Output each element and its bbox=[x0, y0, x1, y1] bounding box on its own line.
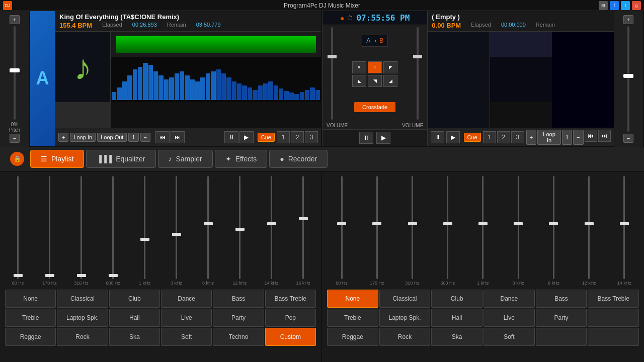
preset-soft-right[interactable]: Soft bbox=[484, 328, 535, 346]
eq-band-track-left-9[interactable] bbox=[302, 176, 304, 279]
next-left[interactable]: ⏭ bbox=[171, 131, 185, 143]
preset-treble-left[interactable]: Treble bbox=[5, 309, 56, 327]
tab-playlist[interactable]: ☰ Playlist bbox=[30, 150, 84, 168]
play-left[interactable]: ▶ bbox=[239, 131, 254, 143]
preset-classical-right[interactable]: Classical bbox=[379, 290, 431, 308]
tab-equalizer[interactable]: ▐▐▐ Equalizer bbox=[86, 150, 155, 168]
fx-btn-1[interactable]: ✕ bbox=[352, 61, 366, 73]
loop-plus-left[interactable]: + bbox=[58, 133, 68, 142]
loop-plus-right[interactable]: + bbox=[526, 130, 536, 145]
play-right[interactable]: ▶ bbox=[446, 131, 460, 143]
cue-num-3-left[interactable]: 3 bbox=[305, 131, 318, 143]
fx-btn-5[interactable]: ◥ bbox=[368, 75, 382, 87]
loop-minus-left[interactable]: − bbox=[140, 133, 150, 142]
pause-right[interactable]: ⏸ bbox=[431, 131, 444, 143]
pause-left[interactable]: ⏸ bbox=[224, 131, 238, 143]
pitch-plus-right[interactable]: + bbox=[623, 15, 633, 24]
preset-rock-right[interactable]: Rock bbox=[379, 328, 431, 346]
preset-dance-left[interactable]: Dance bbox=[161, 290, 212, 308]
fx-btn-6[interactable]: ◢ bbox=[383, 75, 397, 87]
pitch-slider-left[interactable] bbox=[14, 26, 16, 120]
fx-btn-2[interactable]: T bbox=[368, 61, 382, 73]
loop-minus-right[interactable]: − bbox=[573, 130, 583, 145]
eq-band-track-left-0[interactable] bbox=[17, 176, 19, 279]
prev-left[interactable]: ⏮ bbox=[155, 131, 170, 143]
facebook-icon[interactable]: f bbox=[610, 1, 619, 10]
tab-recorder[interactable]: ● Recorder bbox=[269, 150, 328, 168]
preset-soft-left[interactable]: Soft bbox=[161, 328, 212, 346]
preset-ska-right[interactable]: Ska bbox=[431, 328, 482, 346]
preset-none-left[interactable]: None bbox=[5, 290, 56, 308]
grid-icon[interactable]: ⊞ bbox=[599, 1, 608, 10]
pitch-minus-right[interactable]: − bbox=[623, 134, 633, 143]
eq-band-track-right-1[interactable] bbox=[376, 176, 378, 279]
preset-laptop-left[interactable]: Laptop Spk. bbox=[57, 309, 108, 327]
preset-ska-left[interactable]: Ska bbox=[109, 328, 160, 346]
tab-sampler[interactable]: ♪ Sampler bbox=[158, 150, 213, 168]
preset-party-left[interactable]: Party bbox=[213, 309, 264, 327]
fx-btn-3[interactable]: ◤ bbox=[383, 61, 397, 73]
eq-band-track-right-3[interactable] bbox=[447, 176, 448, 279]
eq-band-track-right-5[interactable] bbox=[518, 176, 519, 279]
play-mixer[interactable]: ▶ bbox=[376, 132, 390, 144]
preset-club-right[interactable]: Club bbox=[431, 290, 482, 308]
next-right[interactable]: ⏭ bbox=[598, 130, 611, 142]
preset-reggae-right[interactable]: Reggae bbox=[327, 328, 378, 346]
preset-custom-left[interactable]: Custom bbox=[265, 328, 316, 346]
preset-dance-right[interactable]: Dance bbox=[484, 290, 535, 308]
eq-band-track-left-1[interactable] bbox=[49, 176, 50, 279]
cue-num-1-left[interactable]: 1 bbox=[277, 131, 290, 143]
eq-band-track-left-6[interactable] bbox=[207, 176, 209, 279]
preset-classical-left[interactable]: Classical bbox=[57, 290, 108, 308]
eq-band-track-left-7[interactable] bbox=[239, 176, 240, 279]
eq-band-track-right-6[interactable] bbox=[553, 176, 554, 279]
eq-band-track-right-8[interactable] bbox=[623, 176, 625, 279]
preset-live-left[interactable]: Live bbox=[161, 309, 212, 327]
loop-out-left[interactable]: Loop Out bbox=[97, 133, 127, 142]
loop-num-left[interactable]: 1 bbox=[128, 133, 138, 142]
cue-num-3-right[interactable]: 3 bbox=[511, 131, 524, 143]
eq-band-track-right-0[interactable] bbox=[341, 176, 343, 279]
pitch-minus-left[interactable]: − bbox=[10, 134, 20, 143]
preset-none-right[interactable]: None bbox=[327, 290, 378, 308]
preset-party-right[interactable]: Party bbox=[536, 309, 587, 327]
preset-bass-treble-right[interactable]: Bass Treble bbox=[588, 290, 639, 308]
preset-techno-left[interactable]: Techno bbox=[213, 328, 264, 346]
cue-num-2-right[interactable]: 2 bbox=[497, 131, 510, 143]
preset-empty-right[interactable] bbox=[588, 309, 639, 327]
eq-band-track-right-7[interactable] bbox=[588, 176, 590, 279]
vol-track-left[interactable] bbox=[331, 27, 333, 120]
eq-band-track-left-4[interactable] bbox=[144, 176, 145, 279]
preset-laptop-right[interactable]: Laptop Spk. bbox=[379, 309, 431, 327]
preset-empty3-right[interactable] bbox=[588, 328, 639, 346]
twitter-icon[interactable]: t bbox=[621, 1, 630, 10]
preset-hall-right[interactable]: Hall bbox=[431, 309, 482, 327]
preset-pop-left[interactable]: Pop bbox=[265, 309, 316, 327]
vol-track-right[interactable] bbox=[417, 27, 419, 120]
eq-band-track-left-3[interactable] bbox=[112, 176, 114, 279]
lock-icon[interactable]: 🔒 bbox=[10, 152, 24, 166]
pitch-slider-right[interactable] bbox=[627, 26, 629, 132]
preset-rock-left[interactable]: Rock bbox=[57, 328, 108, 346]
preset-bass-treble-left[interactable]: Bass Treble bbox=[265, 290, 316, 308]
preset-bass-left[interactable]: Bass bbox=[213, 290, 264, 308]
preset-club-left[interactable]: Club bbox=[109, 290, 160, 308]
crossfade-btn[interactable]: Crossfade bbox=[354, 102, 395, 112]
preset-treble-right[interactable]: Treble bbox=[327, 309, 378, 327]
fx-btn-4[interactable]: ◣ bbox=[352, 75, 366, 87]
pause-mixer[interactable]: ⏸ bbox=[359, 132, 373, 144]
loop-in-left[interactable]: Loop In bbox=[70, 133, 96, 142]
pitch-plus-left[interactable]: + bbox=[10, 15, 20, 24]
preset-bass-right[interactable]: Bass bbox=[536, 290, 587, 308]
loop-in-right[interactable]: Loop In bbox=[537, 130, 561, 145]
tab-effects[interactable]: ✦ Effects bbox=[215, 150, 268, 168]
cue-num-2-left[interactable]: 2 bbox=[291, 131, 304, 143]
eq-band-track-right-2[interactable] bbox=[412, 176, 413, 279]
eq-band-track-left-2[interactable] bbox=[80, 176, 82, 279]
eq-band-track-left-5[interactable] bbox=[176, 176, 177, 279]
cue-btn-right[interactable]: Cue bbox=[464, 133, 481, 142]
prev-right[interactable]: ⏮ bbox=[585, 130, 597, 142]
preset-reggae-left[interactable]: Reggae bbox=[5, 328, 56, 346]
preset-hall-left[interactable]: Hall bbox=[109, 309, 160, 327]
loop-num-right[interactable]: 1 bbox=[562, 130, 572, 145]
